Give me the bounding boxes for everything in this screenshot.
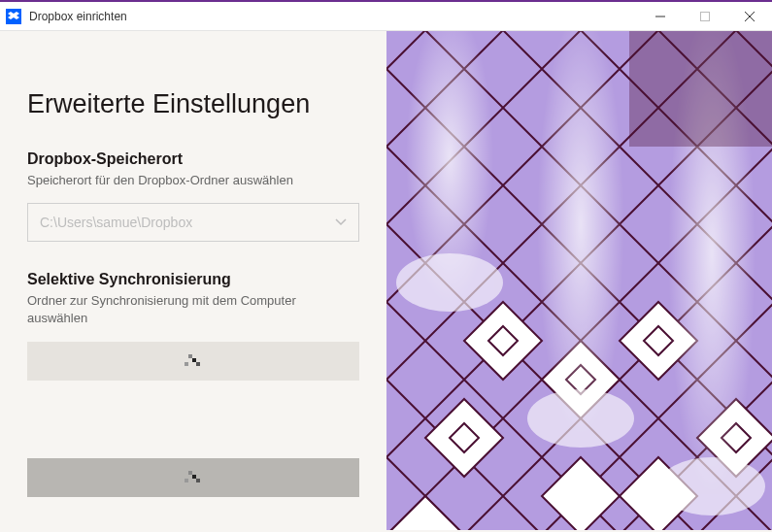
window-titlebar: Dropbox einrichten [0,2,772,31]
selective-sync-button[interactable] [27,342,359,381]
minimize-button[interactable] [638,2,683,30]
window-title: Dropbox einrichten [29,10,638,23]
location-section-desc: Speicherort für den Dropbox-Ordner auswä… [27,172,359,189]
primary-action-button[interactable] [27,458,359,497]
location-path-text: C:\Users\samue\Dropbox [40,215,335,230]
loading-icon [185,354,202,368]
svg-rect-12 [629,31,772,147]
maximize-button[interactable] [683,2,727,30]
window-controls [638,2,772,30]
loading-icon [185,471,202,484]
sync-section-desc: Ordner zur Synchronisierung mit dem Comp… [27,292,359,327]
svg-point-10 [527,389,634,448]
location-path-select[interactable]: C:\Users\samue\Dropbox [27,203,359,242]
page-title: Erweiterte Einstellungen [27,89,359,119]
decorative-illustration [386,31,772,530]
location-section-title: Dropbox-Speicherort [27,150,359,168]
settings-panel: Erweiterte Einstellungen Dropbox-Speiche… [0,31,386,530]
svg-point-11 [658,457,765,515]
svg-rect-7 [537,31,624,438]
close-button[interactable] [727,2,772,30]
svg-rect-1 [701,12,710,20]
dropbox-icon [6,9,21,24]
svg-point-9 [396,253,503,312]
chevron-down-icon [335,216,347,229]
sync-section-title: Selektive Synchronisierung [27,271,359,288]
